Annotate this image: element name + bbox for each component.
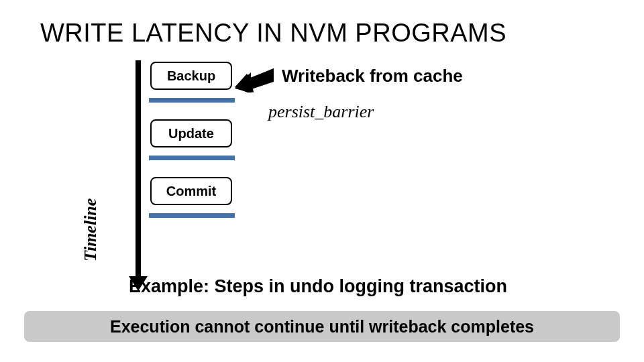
separator-bar [149,98,235,103]
slide-title: WRITE LATENCY IN NVM PROGRAMS [40,19,506,48]
stage-box-commit: Commit [150,177,232,205]
stage-box-update: Update [150,119,232,147]
example-caption: Example: Steps in undo logging transacti… [129,276,507,297]
timeline-axis-label: Timeline [80,198,101,261]
writeback-annotation: Writeback from cache [282,66,463,86]
persist-barrier-annotation: persist_barrier [268,102,374,122]
separator-bar [149,213,235,218]
stage-box-backup: Backup [150,62,232,90]
writeback-arrow-icon [235,67,275,93]
separator-bar [149,156,235,160]
bottom-banner: Execution cannot continue until writebac… [24,311,620,342]
timeline-arrow-shaft [136,60,141,282]
